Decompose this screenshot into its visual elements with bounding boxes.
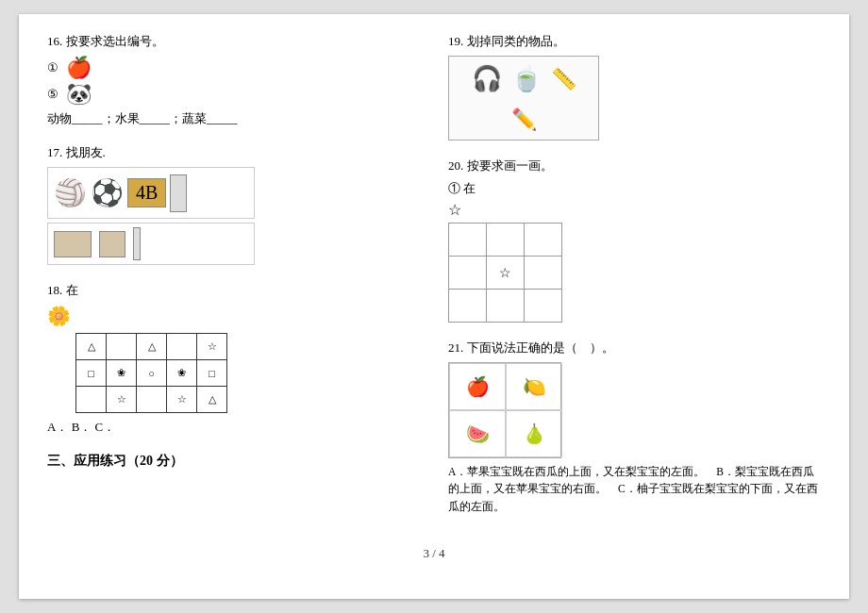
q20-text: 按要求画一画。 (467, 158, 553, 173)
q18-cell-r3c2: ☆ (107, 387, 137, 413)
q19-text: 划掉同类的物品。 (467, 34, 565, 48)
q17-title: 17. 找朋友. (47, 144, 420, 161)
question-18: 18. 在 🌼 △ △ ☆ (47, 282, 420, 436)
apple-icon: 🍎 (66, 56, 92, 80)
q20-cell-r1c1 (449, 224, 487, 257)
q17-text: 找朋友. (66, 145, 106, 159)
q20-sub-text: 在 (463, 181, 476, 195)
left-column: 16. 按要求选出编号。 ① 🍎 ⑤ 🐼 动物_____；水果_____；蔬菜_… (47, 33, 420, 532)
q16-title: 16. 按要求选出编号。 (47, 33, 420, 50)
q18-cell-r2c4: ❀ (167, 360, 197, 387)
q18-cell-r3c1 (76, 387, 107, 413)
page-number: 3 / 4 (47, 546, 821, 561)
q18-cell-r1c2 (107, 334, 137, 360)
soccer-icon: ⚽ (91, 177, 124, 208)
q18-row2: □ ❀ ○ ❀ □ (76, 360, 227, 387)
q20-cell-r2c2: ☆ (487, 257, 525, 290)
question-19: 19. 划掉同类的物品。 🎧 🍵 📏 ✏️ (448, 33, 821, 141)
q16-item1-label: ① (47, 60, 58, 75)
q20-cell-r1c3 (525, 224, 562, 257)
q17-grid: 🏐 ⚽ 4B (47, 167, 420, 265)
q20-grid-row1 (449, 224, 562, 257)
q18-cell-r2c2: ❀ (107, 360, 137, 387)
q20-cell-r3c2 (487, 290, 525, 323)
q21-text: 下面说法正确的是（ ）。 (467, 340, 614, 355)
mug-icon: 🍵 (511, 64, 542, 93)
ruler-icon: 📏 (551, 67, 576, 91)
q17-shape-row (47, 223, 255, 265)
q20-cell-r3c3 (525, 290, 562, 323)
q21-lemon-cell: 🍋 (506, 363, 562, 410)
q20-cell-r3c1 (449, 290, 487, 323)
q18-row3: ☆ ☆ △ (76, 387, 227, 413)
q18-text: 在 (66, 283, 78, 297)
q20-grid: ☆ (448, 223, 562, 323)
section-header: 三、应用练习（20 分） (47, 453, 420, 470)
q18-cell-r1c1: △ (76, 334, 107, 360)
q18-num: 18. (47, 283, 62, 297)
headphones-icon: 🎧 (472, 64, 502, 93)
q16-items: ① 🍎 ⑤ 🐼 (47, 56, 420, 107)
q18-cell-r3c3 (137, 387, 167, 413)
q21-options-text: A．苹果宝宝既在西瓜的上面，又在梨宝宝的左面。 B．梨宝宝既在西瓜的上面，又在苹… (448, 463, 821, 515)
q19-num: 19. (448, 34, 463, 48)
q21-image-grid: 🍎 🍋 🍉 🍐 (448, 362, 561, 458)
q20-grid-row3 (449, 290, 562, 323)
page: 16. 按要求选出编号。 ① 🍎 ⑤ 🐼 动物_____；水果_____；蔬菜_… (19, 14, 849, 599)
box-icon: 4B (127, 178, 166, 207)
q18-cell-r2c5: □ (197, 360, 227, 387)
pencil-icon: ✏️ (511, 108, 537, 132)
q18-cell-r2c3: ○ (137, 360, 167, 387)
q21-title: 21. 下面说法正确的是（ ）。 (448, 340, 821, 356)
q19-title: 19. 划掉同类的物品。 (448, 33, 821, 50)
question-21: 21. 下面说法正确的是（ ）。 🍎 🍋 🍉 🍐 A．苹果宝宝既在西瓜的上面，又… (448, 340, 821, 515)
cuboid-icon (54, 231, 92, 257)
q20-grid-row2: ☆ (449, 257, 562, 290)
q20-cell-r2c3 (525, 257, 562, 290)
q18-cell-r2c1: □ (76, 360, 107, 387)
q16-row1: ① 🍎 (47, 56, 420, 80)
q18-cell-r3c4: ☆ (167, 387, 197, 413)
q19-image: 🎧 🍵 📏 ✏️ (448, 56, 599, 141)
cylinder-icon (170, 174, 187, 212)
q16-num: 16. (47, 34, 62, 48)
q20-sub: ① 在 (448, 180, 821, 197)
q17-num: 17. (47, 145, 62, 159)
q20-title: 20. 按要求画一画。 (448, 157, 821, 174)
q20-cell-r1c2 (487, 224, 525, 257)
q16-text: 按要求选出编号。 (66, 34, 164, 48)
question-20: 20. 按要求画一画。 ① 在 ☆ ☆ (448, 157, 821, 323)
q18-cell-r1c5: ☆ (197, 334, 227, 360)
q21-pear-cell: 🍐 (506, 410, 562, 457)
q20-cell-r2c1 (449, 257, 487, 290)
volleyball-icon: 🏐 (54, 177, 87, 208)
right-column: 19. 划掉同类的物品。 🎧 🍵 📏 ✏️ 20. 按要求画一画。 (448, 33, 821, 532)
q18-pattern: △ △ ☆ □ ❀ ○ ❀ □ (75, 333, 227, 413)
panda-icon: 🐼 (66, 82, 92, 107)
q18-row1: △ △ ☆ (76, 334, 227, 360)
thin-cylinder-icon (133, 227, 141, 260)
question-17: 17. 找朋友. 🏐 ⚽ 4B (47, 144, 420, 265)
cube-icon (99, 231, 125, 257)
q21-apple-cell: 🍎 (449, 363, 506, 410)
q18-cell-r1c3: △ (137, 334, 167, 360)
q18-cell-r3c5: △ (197, 387, 227, 413)
q16-item5-label: ⑤ (47, 87, 58, 102)
flower-icon: 🌼 (47, 306, 71, 326)
q20-star-above: ☆ (448, 201, 821, 219)
question-16: 16. 按要求选出编号。 ① 🍎 ⑤ 🐼 动物_____；水果_____；蔬菜_… (47, 33, 420, 127)
q18-options: A． B． C． (47, 419, 420, 436)
q21-watermelon-cell: 🍉 (449, 410, 506, 457)
q21-num: 21. (448, 340, 463, 355)
q16-blanks: 动物_____；水果_____；蔬菜_____ (47, 110, 420, 127)
q16-row2: ⑤ 🐼 (47, 82, 420, 107)
q20-num: 20. (448, 158, 463, 173)
q18-cell-r1c4 (167, 334, 197, 360)
q18-title: 18. 在 (47, 282, 420, 299)
q20-sub-num: ① (448, 181, 460, 195)
q18-flower: 🌼 (47, 305, 420, 327)
q17-sports-row: 🏐 ⚽ 4B (47, 167, 255, 219)
